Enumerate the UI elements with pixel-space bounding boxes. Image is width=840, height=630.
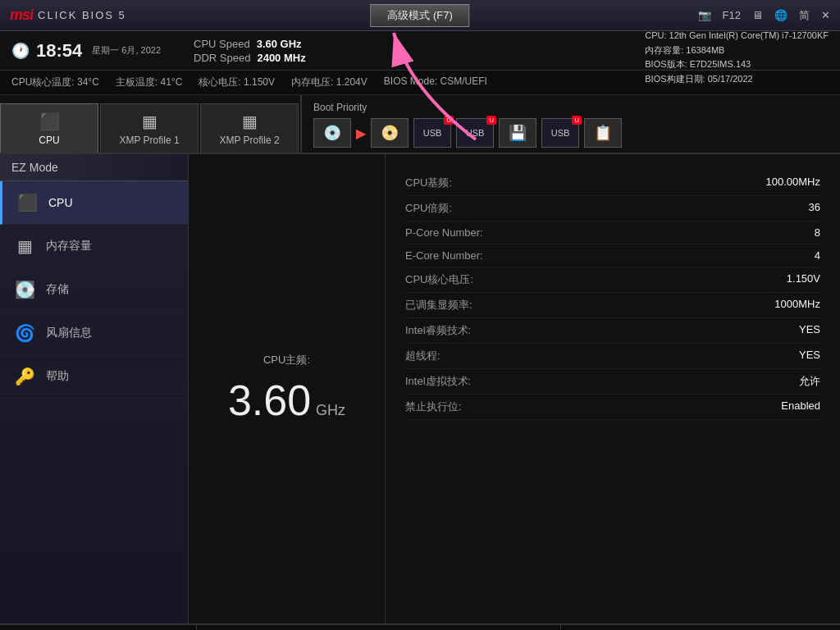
sidebar-fan-icon: 🌀 [13, 323, 36, 343]
ddr-speed-value: 2400 MHz [257, 52, 305, 64]
vt-value: 允许 [799, 374, 820, 389]
close-icon[interactable]: ✕ [821, 9, 830, 21]
boot-device-7[interactable]: 📋 [584, 118, 622, 148]
speed-info: CPU Speed 3.60 GHz DDR Speed 2400 MHz [194, 38, 306, 64]
ecore-label: E-Core Number: [405, 249, 483, 262]
clock-area: 🕐 18:54 星期一 6月, 2022 [11, 40, 161, 62]
top-right-controls: 📷 F12 🖥 🌐 简 ✕ [698, 8, 830, 23]
cpu-freq-panel: CPU主频: 3.60 GHz [189, 154, 386, 623]
cpu-temp-value: 34°C [77, 76, 99, 88]
boot-device-4[interactable]: USB U [456, 118, 494, 148]
sidebar-item-memory[interactable]: ▦ 内存容量 [0, 225, 188, 268]
boot-section: Boot Priority 💿 ▶ 📀 USB U USB U 💾 USB [301, 95, 840, 153]
cpu-details-panel: CPU基频: 100.00MHz CPU倍频: 36 P-Core Number… [386, 154, 840, 623]
mflash-item[interactable]: → 💾 M-Flash [0, 625, 196, 630]
cpu-fan-alert-row[interactable]: ⚙ CPU风扇故障报警控制 [197, 625, 560, 630]
cpu-temp-label: CPU核心温度: [11, 76, 75, 88]
xmp2-tab-label: XMP Profile 2 [219, 135, 279, 146]
boot-device-1[interactable]: 💿 [313, 118, 351, 148]
cpu-info-label: CPU: [645, 30, 666, 40]
mem-voltage-value: 1.204V [336, 76, 368, 88]
sidebar-memory-label: 内存容量 [46, 239, 92, 253]
boot-device-2[interactable]: 📀 [371, 118, 409, 148]
core-voltage-detail-value: 1.150V [787, 272, 820, 287]
turbo-label: Intel睿频技术: [405, 323, 471, 338]
xd-label: 禁止执行位: [405, 399, 462, 414]
tab-cpu[interactable]: ⬛ CPU [0, 103, 98, 153]
bios-mode-label: BIOS Mode: [384, 75, 437, 87]
core-voltage-detail-label: CPU核心电压: [405, 272, 473, 287]
sidebar-storage-label: 存储 [46, 282, 69, 297]
boot-device-icon-1: 💿 [323, 124, 341, 142]
top-bar: msi CLICK BIOS 5 高级模式 (F7) 📷 F12 🖥 🌐 简 ✕ [0, 0, 840, 31]
base-freq-label: CPU基频: [405, 176, 452, 190]
f12-label: F12 [723, 9, 741, 21]
boot-priority-label: Boot Priority [313, 102, 829, 113]
boot-arrow-1: ▶ [356, 126, 366, 141]
sidebar: EZ Mode ⬛ CPU ▦ 内存容量 💽 存储 🌀 风扇信息 🔑 帮助 [0, 154, 189, 623]
bios-ver-label: BIOS版本: [645, 59, 687, 69]
multiplier-value: 36 [809, 201, 820, 216]
sidebar-memory-icon: ▦ [13, 236, 36, 256]
sidebar-item-help[interactable]: 🔑 帮助 [0, 355, 188, 399]
multiplier-label: CPU倍频: [405, 201, 452, 216]
detail-row-multiplier: CPU倍频: 36 [405, 196, 820, 221]
boot-device-5[interactable]: 💾 [499, 118, 536, 148]
boot-device-6[interactable]: USB U [541, 118, 579, 148]
boot-device-icon-2: 📀 [381, 124, 399, 142]
boot-devices: 💿 ▶ 📀 USB U USB U 💾 USB U 📋 [313, 118, 829, 148]
bios-mode-value: CSM/UEFI [441, 75, 487, 87]
sidebar-cpu-label: CPU [48, 196, 73, 209]
base-freq-value: 100.00MHz [766, 176, 820, 190]
cpu-speed-label: CPU Speed [194, 38, 250, 50]
date-display: 星期一 6月, 2022 [92, 44, 161, 57]
clock-icon: 🕐 [11, 42, 30, 60]
globe-icon[interactable]: 🌐 [774, 9, 788, 21]
advanced-mode-button[interactable]: 高级模式 (F7) [370, 4, 469, 27]
mem-label: 内存容量: [645, 45, 683, 55]
sidebar-item-cpu[interactable]: ⬛ CPU [0, 181, 188, 225]
pcore-label: P-Core Number: [405, 226, 483, 239]
cpu-freq-unit: GHz [316, 402, 345, 419]
bottom-panel: → 💾 M-Flash ❤ 喜爱 ⚙ 硬件监控 ⚙ CPU风扇故障报警控制 Er… [0, 623, 840, 630]
profile-area: ⬛ CPU ▦ XMP Profile 1 ▦ XMP Profile 2 Bo… [0, 95, 840, 154]
screenshot-icon[interactable]: 📷 [698, 9, 711, 21]
detail-row-xd: 禁止执行位: Enabled [405, 395, 820, 420]
igpu-freq-label: 已调集显频率: [405, 298, 472, 313]
bios-ver-value: E7D25IMS.143 [690, 59, 751, 69]
detail-row-ecore: E-Core Number: 4 [405, 244, 820, 267]
boot-device-icon-3: USB [423, 128, 442, 138]
cpu-tab-icon: ⬛ [39, 112, 60, 131]
detail-row-igpu-freq: 已调集显频率: 1000MHz [405, 293, 820, 318]
vt-label: Intel虚拟技术: [405, 374, 471, 389]
sidebar-help-label: 帮助 [46, 369, 69, 384]
xmp1-tab-label: XMP Profile 1 [119, 135, 179, 146]
boot-device-icon-7: 📋 [594, 124, 612, 142]
bios-date-value: 05/17/2022 [708, 74, 753, 84]
sidebar-item-storage[interactable]: 💽 存储 [0, 268, 188, 312]
tab-xmp1[interactable]: ▦ XMP Profile 1 [100, 103, 199, 153]
monitor-icon[interactable]: 🖥 [752, 9, 763, 21]
bottom-left: → 💾 M-Flash ❤ 喜爱 ⚙ 硬件监控 [0, 625, 197, 630]
igpu-freq-value: 1000MHz [774, 298, 820, 313]
core-voltage-value: 1.150V [244, 76, 275, 88]
xd-value: Enabled [781, 399, 820, 414]
bios-date-label: BIOS构建日期: [645, 74, 705, 84]
ht-value: YES [799, 349, 820, 363]
boot-device-3[interactable]: USB U [413, 118, 451, 148]
sidebar-help-icon: 🔑 [13, 367, 36, 386]
ddr-speed-label: DDR Speed [194, 52, 250, 64]
detail-row-vt: Intel虚拟技术: 允许 [405, 369, 820, 395]
sidebar-item-fan[interactable]: 🌀 风扇信息 [0, 312, 188, 355]
content-area: CPU主频: 3.60 GHz CPU基频: 100.00MHz CPU倍频: … [189, 154, 840, 623]
tab-xmp2[interactable]: ▦ XMP Profile 2 [200, 103, 299, 153]
language-label[interactable]: 简 [799, 8, 810, 23]
detail-row-turbo: Intel睿频技术: YES [405, 318, 820, 344]
ftpm-row[interactable]: 🔐 fTPM 2.0 ON [561, 625, 840, 630]
sidebar-cpu-icon: ⬛ [16, 193, 39, 212]
ecore-value: 4 [815, 249, 820, 262]
detail-row-pcore: P-Core Number: 8 [405, 221, 820, 244]
turbo-value: YES [799, 323, 820, 338]
ez-mode-header: EZ Mode [0, 154, 188, 181]
info-bar: 🕐 18:54 星期一 6月, 2022 CPU Speed 3.60 GHz … [0, 31, 840, 71]
